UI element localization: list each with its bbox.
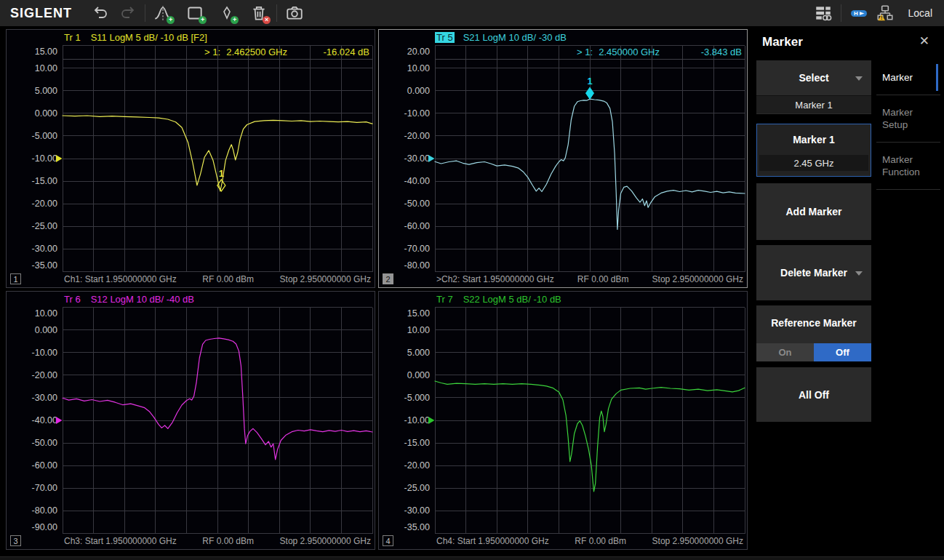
delete-marker-dropdown[interactable]: Delete Marker — [756, 245, 871, 300]
lan-status-icon[interactable]: ! — [872, 0, 898, 26]
reference-level-arrow — [56, 155, 63, 162]
toggle-on[interactable]: On — [756, 343, 814, 361]
chevron-down-icon — [855, 271, 863, 276]
channel-stop: Stop 2.950000000 GHz — [652, 536, 743, 546]
add-badge: + — [231, 16, 239, 24]
trace-header: Tr 7 S22 LogM 5 dB/ -10 dB — [435, 292, 561, 306]
add-marker-button[interactable]: Add Marker — [756, 183, 871, 240]
y-axis-label: 5.000 — [407, 348, 430, 358]
trace-settings: S22 LogM 5 dB/ -10 dB — [463, 294, 561, 305]
y-axis-label: -15.00 — [32, 176, 57, 186]
reference-level-arrow — [56, 417, 63, 424]
y-axis-label: -5.000 — [404, 393, 430, 403]
marker1-button[interactable]: Marker 1 2.45 GHz — [756, 124, 871, 177]
reference-marker-toggle: On Off — [756, 343, 871, 361]
top-toolbar: SIGLENT + + — [0, 0, 944, 26]
channel-start: Ch3: Start 1.950000000 GHz — [64, 536, 177, 546]
y-axis-label: -90.00 — [32, 522, 57, 532]
plot-window-3[interactable]: Tr 6 S12 LogM 10 dB/ -40 dB 10.000.000-1… — [6, 291, 375, 550]
reference-marker-label: Reference Marker — [756, 305, 871, 329]
tab-marker-setup[interactable]: Marker Setup — [876, 95, 940, 143]
y-axis-label: -30.00 — [404, 153, 430, 164]
plot-canvas-3: 10.000.000-10.00-20.00-30.00-40.00-50.00… — [7, 307, 375, 535]
y-axis-label: 20.00 — [407, 47, 430, 57]
trace-label-active[interactable]: Tr 5 — [435, 32, 455, 43]
tab-marker[interactable]: Marker — [876, 60, 940, 95]
y-axis-label: -10.00 — [32, 348, 57, 358]
panel-tabs: Marker Marker Setup Marker Function — [876, 60, 940, 190]
usb-icon[interactable]: H — [846, 0, 872, 26]
tab-marker-function[interactable]: Marker Function — [876, 143, 940, 190]
y-axis-label: -10.00 — [404, 415, 430, 425]
channel-power: RF 0.00 dBm — [202, 536, 254, 546]
y-axis-label: -30.00 — [404, 505, 430, 516]
window-number[interactable]: 3 — [10, 535, 21, 546]
reference-marker-section: Reference Marker On Off — [756, 305, 871, 361]
y-axis-label: -50.00 — [32, 438, 57, 448]
marker-readout: > 1: 2.450000 GHz -3.843 dB — [435, 45, 745, 60]
reference-level-arrow — [428, 155, 435, 162]
local-label[interactable]: Local — [908, 7, 932, 19]
screenshot-icon[interactable] — [281, 0, 308, 26]
plot-canvas-2: 20.0010.000.000-10.00-20.00-30.00-40.00-… — [379, 45, 747, 273]
plot-window-1[interactable]: Tr 1 S11 LogM 5 dB/ -10 dB [F2] 15.0010.… — [6, 29, 375, 288]
y-axis-label: 10.00 — [407, 63, 430, 73]
close-icon[interactable]: ✕ — [919, 35, 929, 48]
trace-header: Tr 6 S12 LogM 10 dB/ -40 dB — [63, 292, 194, 306]
y-axis-label: -40.00 — [32, 415, 57, 425]
add-badge: + — [167, 16, 175, 24]
y-axis-label: -20.00 — [404, 460, 430, 471]
plot-canvas-4: 15.0010.005.0000.000-5.000-10.00-15.00-2… — [379, 307, 747, 535]
channel-statusbar: 2 >Ch2: Start 1.950000000 GHz RF 0.00 dB… — [379, 272, 747, 287]
all-off-button[interactable]: All Off — [756, 367, 871, 422]
y-axis-label: -80.00 — [404, 260, 430, 271]
redo-icon[interactable] — [114, 0, 140, 26]
select-marker-dropdown[interactable]: Select Marker 1 — [756, 60, 871, 114]
toggle-off[interactable]: Off — [814, 343, 871, 361]
trace-settings: S21 LogM 10 dB/ -30 dB — [463, 32, 567, 43]
undo-icon[interactable] — [88, 0, 114, 26]
y-axis-label: -25.00 — [404, 483, 430, 493]
y-axis-label: -60.00 — [404, 221, 430, 231]
y-axis-label: -30.00 — [32, 393, 57, 403]
marker-number: 1 — [219, 168, 224, 179]
channel-power: RF 0.00 dBm — [577, 274, 629, 284]
y-axis-label: 10.00 — [407, 325, 430, 335]
y-axis-label: -15.00 — [404, 438, 430, 448]
marker-number: 1 — [587, 76, 592, 87]
window-layout-icon[interactable] — [810, 0, 836, 26]
plot-window-4[interactable]: Tr 7 S22 LogM 5 dB/ -10 dB 15.0010.005.0… — [378, 291, 748, 550]
add-trace-icon[interactable]: + — [150, 0, 176, 26]
y-axis-label: 0.000 — [407, 370, 430, 380]
trace-settings: S12 LogM 10 dB/ -40 dB — [91, 294, 194, 305]
y-axis-label: -60.00 — [32, 460, 57, 471]
marker-readout: > 1: 2.462500 GHz -16.024 dB — [63, 45, 372, 60]
trace-label[interactable]: Tr 1 — [63, 32, 82, 43]
window-number[interactable]: 2 — [383, 273, 393, 284]
y-axis-label: -10.00 — [32, 153, 57, 164]
channel-start: Ch1: Start 1.950000000 GHz — [64, 274, 177, 284]
window-number[interactable]: 1 — [10, 273, 21, 284]
marker1-frequency[interactable]: 2.45 GHz — [759, 155, 868, 171]
window-number[interactable]: 4 — [383, 535, 393, 546]
selected-marker-value: Marker 1 — [756, 95, 871, 113]
add-window-icon[interactable]: + — [182, 0, 208, 26]
channel-statusbar: 4 Ch4: Start 1.950000000 GHz RF 0.00 dBm… — [379, 534, 747, 549]
y-axis-label: -5.000 — [32, 131, 57, 141]
plot-window-2[interactable]: Tr 5 S21 LogM 10 dB/ -30 dB 20.0010.000.… — [378, 29, 748, 288]
svg-text:H: H — [854, 10, 858, 17]
y-axis-label: -20.00 — [404, 131, 430, 141]
channel-statusbar: 3 Ch3: Start 1.950000000 GHz RF 0.00 dBm… — [7, 534, 375, 549]
trace-header: Tr 5 S21 LogM 10 dB/ -30 dB — [435, 31, 567, 44]
y-axis-label: -35.00 — [404, 522, 430, 532]
channel-statusbar: 1 Ch1: Start 1.950000000 GHz RF 0.00 dBm… — [7, 272, 375, 287]
plot-grid: Tr 1 S11 LogM 5 dB/ -10 dB [F2] 15.0010.… — [6, 29, 749, 551]
trace-settings: S11 LogM 5 dB/ -10 dB [F2] — [91, 32, 207, 43]
y-axis-label: -30.00 — [32, 244, 57, 254]
add-marker-icon[interactable]: + — [214, 0, 240, 26]
delete-trace-icon[interactable]: × — [246, 0, 272, 26]
toolbar-separator — [841, 4, 841, 22]
trace-label[interactable]: Tr 6 — [63, 294, 82, 305]
trace-label[interactable]: Tr 7 — [435, 294, 455, 305]
bottom-strip — [0, 556, 944, 560]
